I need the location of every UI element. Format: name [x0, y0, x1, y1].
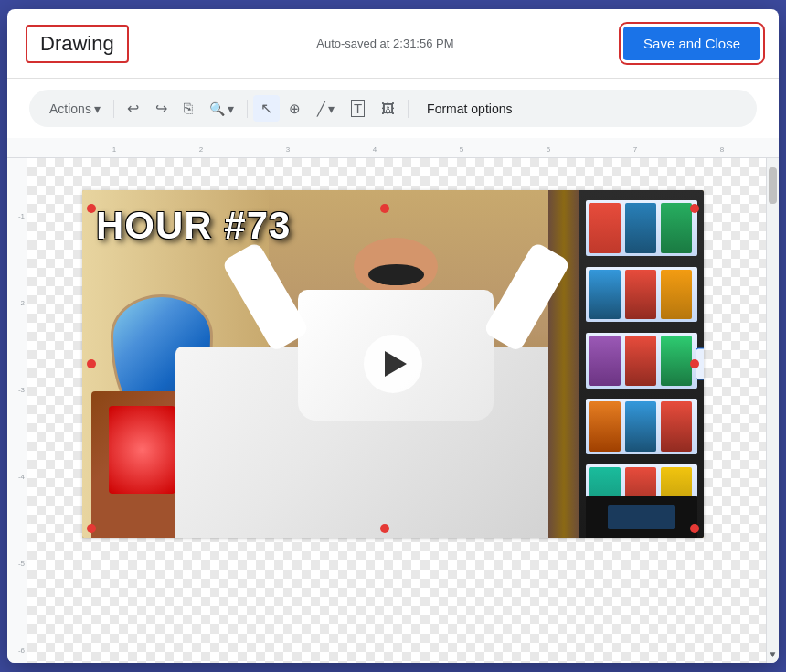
drawing-title-text: Drawing [40, 32, 114, 55]
autosave-indicator: Auto-saved at 2:31:56 PM [316, 37, 453, 50]
ruler-h-mark-7: 7 [633, 145, 637, 154]
selection-dot-bottomright [690, 524, 699, 533]
zoom-button[interactable]: 🔍 ▾ [202, 97, 241, 121]
toolbar-row: Actions ▾ ↩ ↪ ⎘ 🔍 ▾ [7, 79, 779, 138]
ruler-mark-6: -6 [18, 647, 27, 655]
ruler-h-mark-1: 1 [112, 145, 116, 154]
copy-icon: ⎘ [184, 101, 193, 117]
play-triangle-icon [385, 351, 407, 377]
toolbar-divider-2 [247, 100, 248, 118]
vend-item-10 [589, 401, 620, 452]
select-icon: ↖ [260, 100, 272, 117]
tomatoes [109, 406, 175, 494]
vending-screen [608, 505, 674, 529]
vend-item-3 [661, 203, 692, 253]
dialog-header: Drawing Auto-saved at 2:31:56 PM Save an… [7, 9, 779, 79]
ruler-horizontal: 1 2 3 4 5 6 7 8 [27, 138, 779, 158]
scrollbar-thumb[interactable] [769, 167, 777, 204]
select-tool-button[interactable]: ↖ [253, 95, 280, 122]
ruler-h-mark-4: 4 [373, 145, 377, 154]
ruler-h-mark-6: 6 [547, 145, 550, 154]
person-mouth [368, 264, 424, 285]
vend-item-6 [661, 270, 692, 320]
video-title-text: HOUR #73 [96, 204, 291, 248]
image-icon: 🖼 [381, 101, 395, 116]
toolbar-divider-3 [408, 100, 409, 118]
selection-dot-left [87, 359, 96, 368]
vend-item-1 [589, 203, 620, 253]
line-chevron-icon: ▾ [328, 101, 335, 116]
ruler-mark-5: -5 [18, 560, 27, 568]
vertical-scrollbar[interactable]: ▼ [766, 158, 779, 663]
vend-item-8 [625, 336, 656, 386]
vend-shelf-2 [586, 267, 697, 323]
vend-shelf-3 [586, 333, 697, 389]
selection-dot-right [690, 359, 699, 368]
vend-item-12 [661, 401, 692, 452]
textbox-icon: T [351, 100, 365, 117]
toolbar-divider-1 [113, 100, 114, 118]
save-and-close-button[interactable]: Save and Close [623, 27, 760, 60]
line-tool-button[interactable]: ╱ ▾ [310, 96, 342, 122]
ruler-h-mark-2: 2 [199, 145, 203, 154]
drawing-title: Drawing [26, 25, 129, 63]
vend-item-2 [625, 203, 656, 253]
vend-item-11 [625, 401, 656, 452]
image-tool-button[interactable]: 🖼 [374, 96, 402, 121]
shape-tool-button[interactable]: ⊕ [281, 96, 308, 122]
selection-dot-topright [690, 204, 699, 213]
zoom-chevron-icon: ▾ [228, 101, 234, 116]
ruler-left-marks: -1 -2 -3 -4 -5 -6 [7, 158, 27, 663]
shape-icon: ⊕ [289, 101, 301, 117]
video-element[interactable]: HOUR #73 [82, 190, 704, 538]
drawing-dialog: Drawing Auto-saved at 2:31:56 PM Save an… [7, 9, 779, 663]
vend-item-5 [625, 270, 656, 320]
ruler-mark-3: -3 [18, 387, 27, 394]
ruler-h-mark-3: 3 [286, 145, 290, 154]
canvas-column: 1 2 3 4 5 6 7 8 [27, 138, 779, 663]
actions-chevron-icon: ▾ [94, 101, 101, 116]
vend-item-4 [589, 270, 620, 320]
vend-shelf-1 [586, 200, 697, 256]
undo-button[interactable]: ↩ [120, 95, 146, 122]
ruler-mark-4: -4 [18, 474, 27, 481]
vend-item-9 [661, 336, 692, 386]
scroll-arrow-down[interactable]: ▼ [767, 645, 779, 663]
ruler-vertical: -1 -2 -3 -4 -5 -6 [7, 138, 27, 663]
ruler-mark-2: -2 [18, 300, 27, 307]
ruler-h-mark-8: 8 [720, 145, 724, 154]
format-options-button[interactable]: Format options [418, 97, 521, 121]
undo-icon: ↩ [127, 100, 139, 117]
vending-panel [586, 496, 697, 538]
redo-button[interactable]: ↪ [148, 95, 175, 122]
canvas-area: -1 -2 -3 -4 -5 -6 1 2 3 4 5 6 7 8 [7, 138, 779, 663]
vend-item-7 [589, 336, 620, 386]
ruler-mark-1: -1 [18, 213, 27, 220]
toolbar: Actions ▾ ↩ ↪ ⎘ 🔍 ▾ [29, 90, 757, 127]
actions-label: Actions [49, 101, 91, 116]
curtain-divider [548, 190, 579, 538]
drawing-canvas[interactable]: HOUR #73 [27, 158, 766, 663]
vending-machine [579, 190, 704, 538]
canvas-wrapper: HOUR #73 [27, 158, 779, 663]
vend-shelf-4 [586, 399, 697, 454]
zoom-icon: 🔍 [209, 101, 225, 116]
line-icon: ╱ [317, 101, 325, 117]
actions-button[interactable]: Actions ▾ [42, 97, 108, 121]
selection-dot-bottomleft [87, 524, 96, 533]
redo-icon: ↪ [155, 100, 167, 117]
copy-button[interactable]: ⎘ [176, 96, 200, 122]
ruler-h-mark-5: 5 [460, 145, 463, 154]
textbox-tool-button[interactable]: T [344, 95, 372, 122]
play-button[interactable] [364, 335, 422, 393]
selection-dot-topleft [87, 204, 96, 213]
